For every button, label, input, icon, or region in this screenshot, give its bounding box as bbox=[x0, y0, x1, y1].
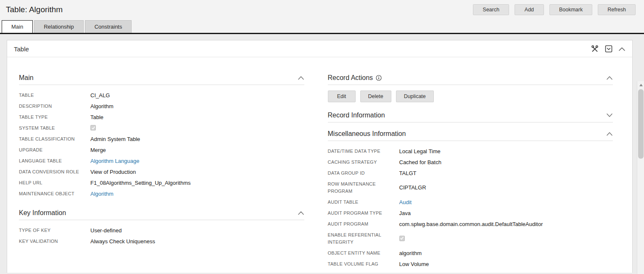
table-panel-title: Table bbox=[14, 45, 29, 53]
section-record-actions-title: Record Actions bbox=[328, 74, 382, 82]
collapse-panel-icon[interactable] bbox=[618, 47, 626, 51]
field-label: SYSTEM TABLE bbox=[19, 125, 90, 132]
scrollbar-thumb[interactable] bbox=[638, 89, 644, 159]
field-value: Audit bbox=[399, 199, 412, 205]
field-row: DATA CONVERSION ROLEView of Production bbox=[19, 166, 304, 177]
section-key-information-title: Key Information bbox=[19, 209, 66, 217]
section-main: Main TABLECI_ALGDESCRIPTIONAlgorithmTABL… bbox=[19, 74, 304, 199]
bookmark-button[interactable]: Bookmark bbox=[549, 4, 592, 15]
field-row: LANGUAGE TABLEAlgorithm Language bbox=[19, 155, 304, 166]
section-record-information-expand-icon[interactable] bbox=[606, 112, 613, 119]
section-miscellaneous-information: Miscellaneous Information DATE/TIME DATA… bbox=[328, 130, 613, 270]
field-value: algorithm bbox=[399, 250, 422, 256]
field-row: AUDIT TABLEAudit bbox=[328, 197, 613, 207]
field-label: TABLE CLASSIFICATION bbox=[19, 136, 90, 143]
duplicate-button[interactable]: Duplicate bbox=[396, 90, 434, 102]
section-record-actions-collapse-icon[interactable] bbox=[606, 74, 613, 82]
field-value-link[interactable]: Audit bbox=[399, 199, 412, 205]
edit-button[interactable]: Edit bbox=[328, 90, 356, 102]
field-row: AUDIT PROGRAM TYPEJava bbox=[328, 207, 613, 218]
field-row: SYSTEM TABLE bbox=[19, 122, 304, 133]
tab-bar: Main Relationship Constraints bbox=[0, 19, 644, 34]
field-label: AUDIT TABLE bbox=[328, 199, 399, 206]
top-header: Table: Algorithm Search Add Bookmark Ref… bbox=[0, 0, 644, 19]
section-main-collapse-icon[interactable] bbox=[298, 74, 304, 82]
field-value: Algorithm Language bbox=[90, 158, 139, 164]
field-label: HELP URL bbox=[19, 179, 90, 186]
record-action-buttons: Edit Delete Duplicate bbox=[328, 90, 613, 102]
section-main-header: Main bbox=[19, 74, 304, 85]
field-value: View of Production bbox=[90, 169, 136, 175]
field-row: TABLE CLASSIFICATIONAdmin System Table bbox=[19, 133, 304, 144]
field-value: User-defined bbox=[90, 227, 121, 234]
tools-icon[interactable] bbox=[591, 45, 599, 53]
section-record-actions-label: Record Actions bbox=[328, 74, 373, 82]
field-value: CI_ALG bbox=[90, 92, 110, 98]
section-key-information-fields: TYPE OF KEYUser-definedKEY VALIDATIONAlw… bbox=[19, 225, 304, 247]
checkbox bbox=[90, 125, 96, 130]
field-value: Java bbox=[399, 210, 411, 216]
menu-icon[interactable] bbox=[605, 45, 612, 53]
header-buttons: Search Add Bookmark Refresh bbox=[473, 4, 638, 15]
field-row: TABLECI_ALG bbox=[19, 90, 304, 101]
field-label: DESCRIPTION bbox=[19, 103, 90, 110]
field-label: KEY VALIDATION bbox=[19, 238, 90, 245]
field-row: DESCRIPTIONAlgorithm bbox=[19, 101, 304, 112]
field-label: TABLE bbox=[19, 92, 90, 99]
section-miscellaneous-information-collapse-icon[interactable] bbox=[606, 130, 613, 138]
tab-relationship[interactable]: Relationship bbox=[34, 20, 84, 33]
field-value: TALGT bbox=[399, 170, 417, 176]
field-label: TYPE OF KEY bbox=[19, 227, 90, 234]
section-record-information: Record Information bbox=[328, 112, 613, 122]
field-label: OBJECT ENTITY NAME bbox=[328, 250, 399, 257]
field-label: AUDIT PROGRAM bbox=[328, 221, 399, 228]
vertical-scrollbar[interactable] bbox=[637, 81, 644, 274]
refresh-button[interactable]: Refresh bbox=[598, 4, 636, 15]
field-value: Algorithm bbox=[90, 191, 113, 197]
section-record-actions-header: Record Actions bbox=[328, 74, 613, 85]
field-label: LANGUAGE TABLE bbox=[19, 157, 90, 165]
field-label: DATE/TIME DATA TYPE bbox=[328, 148, 399, 155]
field-value: CIPTALGR bbox=[399, 184, 426, 191]
field-row: KEY VALIDATIONAlways Check Uniqueness bbox=[19, 236, 304, 247]
field-row: HELP URLF1_08Algorithms_Setting_Up_Algor… bbox=[19, 177, 304, 188]
field-value-link[interactable]: Algorithm bbox=[90, 191, 113, 197]
section-key-information-collapse-icon[interactable] bbox=[298, 209, 304, 217]
panel-body: Main TABLECI_ALGDESCRIPTIONAlgorithmTABL… bbox=[7, 57, 632, 273]
section-record-information-title: Record Information bbox=[328, 112, 385, 119]
field-value: Cached for Batch bbox=[399, 159, 441, 165]
tab-main[interactable]: Main bbox=[2, 20, 33, 33]
section-main-fields: TABLECI_ALGDESCRIPTIONAlgorithmTABLE TYP… bbox=[19, 90, 304, 199]
delete-button[interactable]: Delete bbox=[360, 90, 391, 102]
field-value-link[interactable]: Algorithm Language bbox=[90, 158, 139, 164]
scroll-up-arrow-icon bbox=[639, 84, 643, 86]
field-row: TABLE VOLUME FLAGLow Volume bbox=[328, 259, 613, 270]
section-miscellaneous-information-title: Miscellaneous Information bbox=[328, 130, 406, 138]
field-row: CACHING STRATEGYCached for Batch bbox=[328, 157, 613, 168]
field-label: ROW MAINTENANCE PROGRAM bbox=[328, 181, 399, 195]
section-key-information: Key Information TYPE OF KEYUser-definedK… bbox=[19, 209, 304, 247]
tab-constraints[interactable]: Constraints bbox=[85, 20, 132, 33]
field-value: F1_08Algorithms_Setting_Up_Algorithms bbox=[90, 180, 190, 186]
field-value bbox=[399, 235, 405, 242]
field-value: Always Check Uniqueness bbox=[90, 238, 155, 245]
info-icon[interactable] bbox=[376, 75, 382, 81]
field-value: Admin System Table bbox=[90, 136, 140, 142]
field-row: UPGRADEMerge bbox=[19, 144, 304, 155]
section-miscellaneous-information-header: Miscellaneous Information bbox=[328, 130, 613, 141]
add-button[interactable]: Add bbox=[515, 4, 544, 15]
table-panel: Table bbox=[7, 40, 633, 273]
field-row: DATA GROUP IDTALGT bbox=[328, 168, 613, 178]
scroll-up-button[interactable] bbox=[637, 81, 644, 88]
field-value: Merge bbox=[90, 147, 106, 153]
field-label: CACHING STRATEGY bbox=[328, 159, 399, 166]
section-record-information-header: Record Information bbox=[328, 112, 613, 122]
right-column: Record Actions bbox=[328, 74, 613, 273]
field-value: Algorithm bbox=[90, 103, 113, 109]
search-button[interactable]: Search bbox=[473, 4, 509, 15]
content-area: Table bbox=[0, 34, 644, 273]
field-row: TYPE OF KEYUser-defined bbox=[19, 225, 304, 236]
field-row: MAINTENANCE OBJECTAlgorithm bbox=[19, 188, 304, 199]
field-row: ROW MAINTENANCE PROGRAMCIPTALGR bbox=[328, 178, 613, 197]
field-value: Local Legal Time bbox=[399, 148, 441, 154]
